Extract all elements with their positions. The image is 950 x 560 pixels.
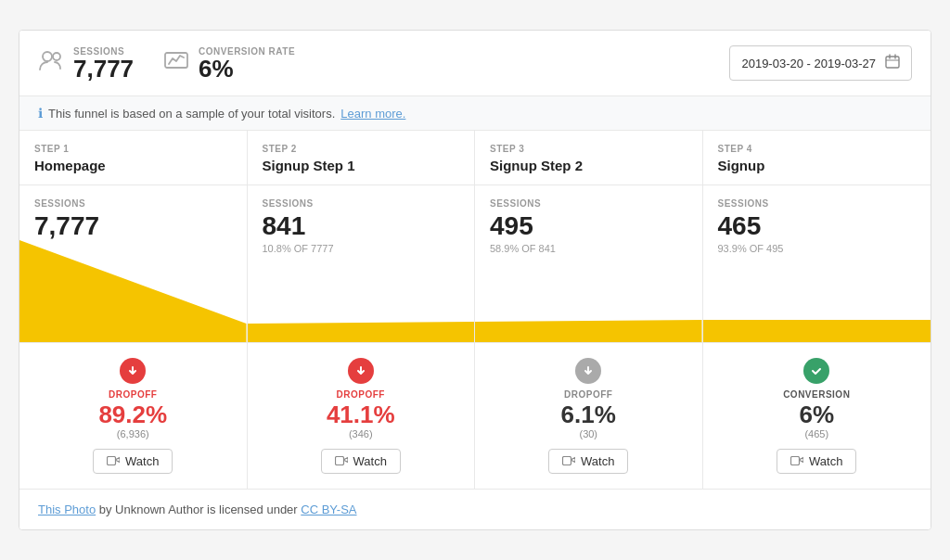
- dropoff-icon-2: [348, 358, 374, 384]
- svg-rect-12: [335, 456, 343, 465]
- funnel-col-4: SESSIONS 465 93.9% OF 495: [703, 185, 931, 342]
- info-icon: ℹ: [38, 106, 43, 121]
- dashboard-container: SESSIONS 7,777 CONVERSION RATE 6% 2019-0: [19, 30, 931, 530]
- watch-button-1[interactable]: Watch: [93, 449, 173, 474]
- conversion-icon: [803, 358, 829, 384]
- svg-point-1: [53, 53, 60, 60]
- footer: This Photo by Unknown Author is licensed…: [19, 490, 931, 529]
- date-range-picker[interactable]: 2019-03-20 - 2019-03-27: [729, 45, 912, 81]
- header-stats: SESSIONS 7,777 CONVERSION RATE 6%: [38, 46, 295, 81]
- footer-text-middle: by Unknown Author is licensed under: [96, 503, 301, 516]
- sessions-icon: [38, 49, 64, 77]
- dropoff-icon-1: [120, 358, 146, 384]
- funnel-col-1: SESSIONS 7,777: [19, 185, 248, 342]
- svg-rect-11: [108, 456, 116, 465]
- funnel-col-2: SESSIONS 841 10.8% OF 7777: [248, 185, 476, 342]
- conversion-icon: [163, 49, 189, 77]
- funnel-col-3: SESSIONS 495 58.9% OF 841: [475, 185, 703, 342]
- svg-rect-13: [563, 456, 571, 465]
- metric-icon-2: [348, 358, 374, 384]
- video-icon-2: [335, 454, 348, 468]
- svg-marker-9: [475, 320, 702, 342]
- info-text: This funnel is based on a sample of your…: [48, 107, 335, 121]
- svg-marker-10: [703, 320, 931, 342]
- watch-label-4: Watch: [809, 454, 842, 468]
- learn-more-link[interactable]: Learn more.: [340, 107, 405, 121]
- metric-icon-4: [803, 358, 829, 384]
- metric-cell-1: DROPOFF 89.2% (6,936) Watch: [19, 343, 248, 489]
- sessions-stat: SESSIONS 7,777: [38, 46, 134, 81]
- footer-link-photo[interactable]: This Photo: [38, 503, 96, 516]
- svg-marker-7: [19, 240, 247, 342]
- info-bar: ℹ This funnel is based on a sample of yo…: [19, 96, 931, 131]
- svg-rect-3: [886, 57, 899, 68]
- sessions-text: SESSIONS 7,777: [73, 46, 134, 81]
- metrics-row: DROPOFF 89.2% (6,936) Watch: [19, 343, 931, 490]
- conversion-stat: CONVERSION RATE 6%: [163, 46, 295, 81]
- svg-rect-14: [791, 456, 800, 465]
- dropoff-icon-3: [575, 358, 601, 384]
- metric-cell-2: DROPOFF 41.1% (346) Watch: [248, 343, 476, 489]
- metric-cell-4: CONVERSION 6% (465) Watch: [703, 343, 931, 489]
- metric-cell-3: DROPOFF 6.1% (30) Watch: [475, 343, 703, 489]
- watch-button-2[interactable]: Watch: [321, 449, 401, 474]
- metric-icon-3: [575, 358, 601, 384]
- metric-icon-1: [120, 358, 146, 384]
- step-header-2: STEP 2 Signup Step 1: [248, 131, 476, 185]
- watch-label-2: Watch: [353, 454, 387, 468]
- watch-button-4[interactable]: Watch: [777, 449, 856, 474]
- watch-button-3[interactable]: Watch: [548, 449, 628, 474]
- date-range-text: 2019-03-20 - 2019-03-27: [741, 57, 876, 70]
- header-bar: SESSIONS 7,777 CONVERSION RATE 6% 2019-0: [19, 31, 931, 96]
- svg-point-0: [43, 52, 52, 61]
- funnel-visualization: SESSIONS 7,777 SESSIONS 841 10.8% OF 777…: [19, 185, 931, 343]
- video-icon-1: [107, 454, 120, 468]
- step-header-4: STEP 4 Signup: [703, 131, 931, 185]
- svg-marker-8: [248, 322, 475, 342]
- watch-label-3: Watch: [581, 454, 614, 468]
- step-header-3: STEP 3 Signup Step 2: [475, 131, 703, 185]
- calendar-icon: [885, 54, 900, 72]
- footer-link-license[interactable]: CC BY-SA: [301, 503, 356, 516]
- watch-label-1: Watch: [125, 454, 159, 468]
- steps-header: STEP 1 Homepage STEP 2 Signup Step 1 STE…: [19, 131, 931, 185]
- step-header-1: STEP 1 Homepage: [19, 131, 248, 185]
- video-icon-3: [562, 454, 575, 468]
- video-icon-4: [790, 454, 803, 468]
- conversion-text: CONVERSION RATE 6%: [199, 46, 295, 81]
